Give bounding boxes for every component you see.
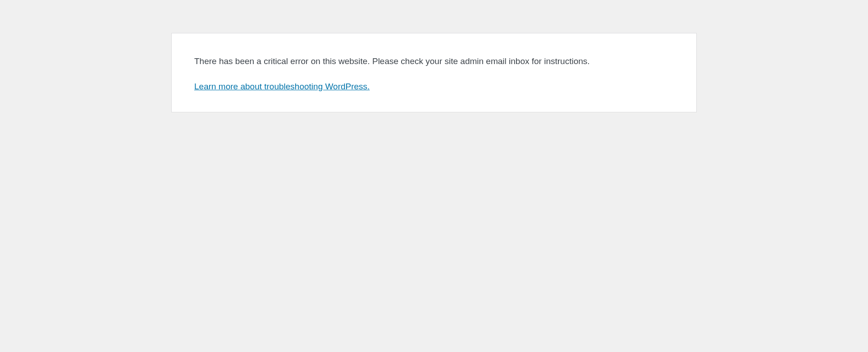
error-container: There has been a critical error on this … xyxy=(171,33,697,112)
troubleshooting-link[interactable]: Learn more about troubleshooting WordPre… xyxy=(194,82,370,92)
error-message-text: There has been a critical error on this … xyxy=(194,55,674,68)
